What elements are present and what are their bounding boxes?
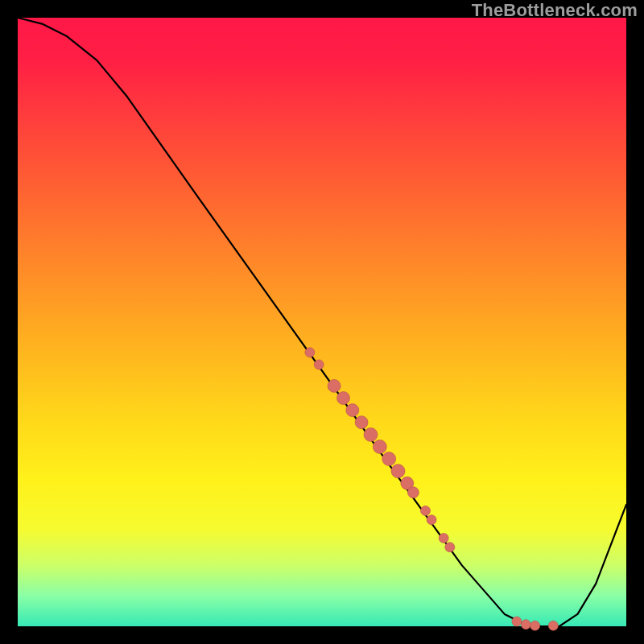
data-marker [382,452,396,466]
data-marker [421,506,431,515]
data-marker [337,392,350,405]
chart-overlay [18,18,626,626]
data-marker [407,487,419,498]
data-marker [548,621,558,630]
bottleneck-curve [18,18,626,626]
data-marker [427,515,436,525]
data-marker [439,533,448,543]
watermark-text: TheBottleneck.com [472,0,638,21]
data-marker [314,360,324,369]
data-marker [373,440,386,454]
data-marker [512,617,522,626]
data-marker [521,620,530,630]
chart-stage: TheBottleneck.com [0,0,644,644]
data-marker [328,379,341,392]
data-marker [364,427,378,441]
data-marker [445,543,455,552]
data-marker [530,621,540,630]
data-marker [355,416,368,429]
data-marker [305,348,315,357]
marker-group [305,348,558,630]
data-marker [346,404,359,417]
data-marker [391,464,405,478]
